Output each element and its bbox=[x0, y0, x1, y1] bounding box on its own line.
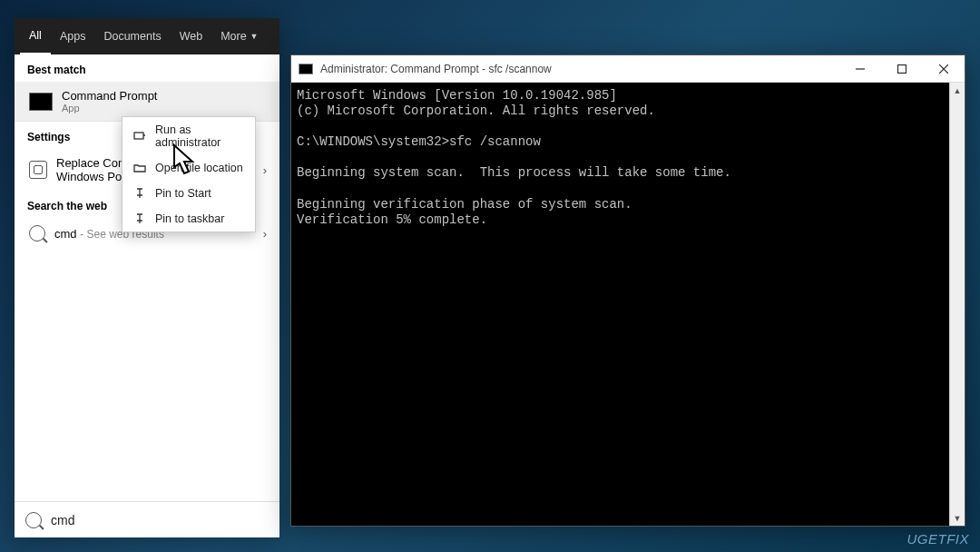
menu-label: Pin to Start bbox=[155, 187, 211, 200]
shield-icon bbox=[133, 131, 146, 142]
tab-apps[interactable]: Apps bbox=[51, 18, 95, 54]
chevron-right-icon: › bbox=[263, 227, 267, 241]
chevron-right-icon: › bbox=[263, 163, 267, 177]
windows-search-panel: All Apps Documents Web More ▼ Best match… bbox=[15, 18, 279, 537]
close-button[interactable] bbox=[923, 55, 965, 82]
window-title: Administrator: Command Prompt - sfc /sca… bbox=[320, 63, 552, 75]
console-line: Microsoft Windows [Version 10.0.19042.98… bbox=[297, 88, 617, 103]
pin-icon bbox=[133, 188, 146, 199]
scroll-down-icon[interactable]: ▼ bbox=[950, 510, 965, 526]
search-input[interactable] bbox=[51, 513, 269, 527]
web-query: cmd bbox=[54, 227, 77, 241]
console-scrollbar[interactable]: ▲ ▼ bbox=[949, 83, 965, 526]
section-best-match: Best match bbox=[15, 54, 279, 82]
search-input-bar bbox=[15, 501, 279, 537]
svg-rect-1 bbox=[898, 64, 906, 73]
command-prompt-icon bbox=[29, 93, 53, 111]
window-titlebar[interactable]: Administrator: Command Prompt - sfc /sca… bbox=[291, 55, 965, 83]
console-line: C:\WINDOWS\system32>sfc /scannow bbox=[297, 134, 541, 149]
menu-label: Pin to taskbar bbox=[155, 212, 224, 225]
command-prompt-icon bbox=[299, 64, 313, 74]
window-buttons bbox=[839, 55, 965, 82]
cursor-pointer-overlay bbox=[169, 143, 205, 183]
maximize-button[interactable] bbox=[881, 55, 923, 82]
settings-tile-icon bbox=[29, 161, 47, 179]
tab-more[interactable]: More ▼ bbox=[211, 18, 267, 54]
tab-web[interactable]: Web bbox=[171, 18, 211, 54]
result-subtitle: App bbox=[62, 103, 157, 113]
tab-more-label: More bbox=[220, 30, 246, 43]
result-command-prompt[interactable]: Command Prompt App bbox=[15, 82, 279, 121]
pin-icon bbox=[133, 213, 146, 224]
console-output[interactable]: Microsoft Windows [Version 10.0.19042.98… bbox=[291, 83, 949, 526]
console-line: (c) Microsoft Corporation. All rights re… bbox=[297, 104, 655, 118]
result-text: Command Prompt App bbox=[62, 89, 157, 113]
chevron-down-icon: ▼ bbox=[250, 32, 259, 41]
scroll-up-icon[interactable]: ▲ bbox=[950, 83, 965, 98]
console-wrap: Microsoft Windows [Version 10.0.19042.98… bbox=[291, 83, 965, 526]
minimize-button[interactable] bbox=[839, 55, 881, 82]
folder-icon bbox=[133, 163, 146, 173]
svg-rect-0 bbox=[134, 133, 143, 139]
tab-all[interactable]: All bbox=[20, 18, 51, 54]
result-title: Command Prompt bbox=[62, 89, 157, 103]
search-icon bbox=[29, 225, 45, 242]
tab-documents[interactable]: Documents bbox=[94, 18, 170, 54]
command-prompt-window: Administrator: Command Prompt - sfc /sca… bbox=[290, 54, 965, 527]
console-line: Verification 5% complete. bbox=[297, 212, 487, 227]
search-tabs: All Apps Documents Web More ▼ bbox=[15, 18, 279, 54]
watermark: UGETFIX bbox=[906, 531, 969, 547]
menu-pin-to-start[interactable]: Pin to Start bbox=[122, 181, 255, 206]
console-line: Beginning verification phase of system s… bbox=[297, 197, 632, 212]
search-icon bbox=[25, 512, 42, 528]
console-line: Beginning system scan. This process will… bbox=[297, 165, 731, 180]
menu-pin-to-taskbar[interactable]: Pin to taskbar bbox=[122, 206, 255, 232]
